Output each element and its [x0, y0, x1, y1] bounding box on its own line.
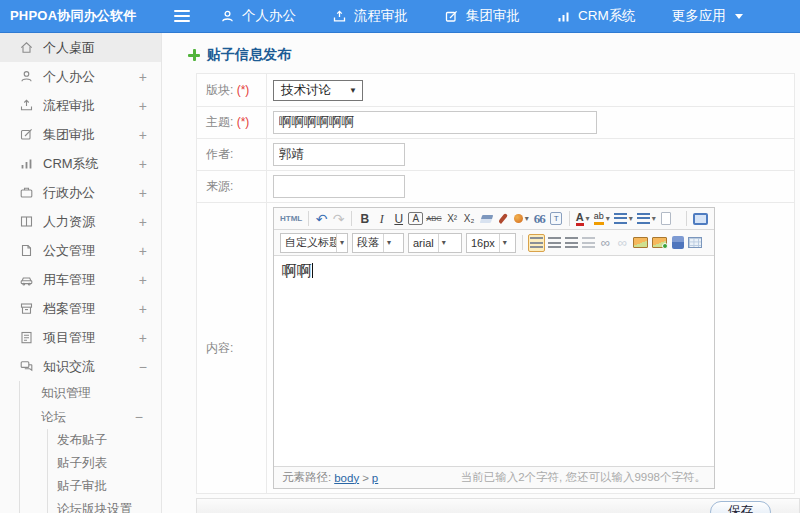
element-path-label: 元素路径:: [282, 470, 331, 485]
page-title: 贴子信息发布: [207, 46, 291, 64]
collapse-icon[interactable]: −: [135, 410, 161, 424]
expand-icon[interactable]: +: [139, 128, 147, 142]
expand-icon[interactable]: +: [139, 70, 147, 84]
expand-icon[interactable]: +: [139, 99, 147, 113]
sidebar-item-document-mgmt[interactable]: 公文管理 +: [0, 236, 161, 265]
ordered-list-icon: [614, 213, 627, 224]
book-icon: [19, 214, 34, 229]
sidebar-item-project-mgmt[interactable]: 项目管理 +: [0, 323, 161, 352]
font-family-select[interactable]: arial▾: [408, 233, 462, 253]
source-code-button[interactable]: HTML: [279, 210, 303, 228]
align-right-icon: [565, 237, 578, 248]
sidebar-item-crm[interactable]: CRM系统 +: [0, 149, 161, 178]
new-page-button[interactable]: [659, 210, 674, 228]
insert-image-button[interactable]: [632, 234, 649, 252]
sidebar-item-label: 个人办公: [43, 68, 95, 86]
sidebar-item-post-approval[interactable]: 贴子审批: [48, 475, 161, 498]
paste-plain-button[interactable]: T: [549, 210, 564, 228]
background-color-button[interactable]: ab▾: [593, 210, 611, 228]
align-center-button[interactable]: [547, 234, 562, 252]
sidebar-item-personal-office[interactable]: 个人办公 +: [0, 62, 161, 91]
sidebar-item-hr[interactable]: 人力资源 +: [0, 207, 161, 236]
font-size-select[interactable]: 16px▾: [466, 233, 516, 253]
expand-icon[interactable]: +: [139, 331, 147, 345]
expand-icon[interactable]: +: [139, 186, 147, 200]
undo-icon[interactable]: ↶: [314, 210, 329, 228]
subscript-button[interactable]: X₂: [462, 210, 477, 228]
board-select[interactable]: 技术讨论 ▼: [273, 80, 363, 101]
flow-approval-icon: [19, 98, 34, 113]
caret-down-icon: ▾: [383, 234, 394, 252]
sidebar-item-archive-mgmt[interactable]: 档案管理 +: [0, 294, 161, 323]
border-text-button[interactable]: A: [408, 212, 423, 225]
sidebar-item-post-list[interactable]: 贴子列表: [48, 452, 161, 475]
expand-icon[interactable]: +: [139, 302, 147, 316]
sidebar-item-label: 知识交流: [43, 358, 95, 376]
car-icon: [19, 272, 34, 287]
fullscreen-button[interactable]: [692, 210, 709, 228]
sidebar-item-label: 公文管理: [43, 242, 95, 260]
align-justify-button[interactable]: [581, 234, 596, 252]
strikethrough-button[interactable]: ABC: [425, 210, 442, 228]
remove-link-button[interactable]: ∞: [615, 234, 630, 252]
insert-link-button[interactable]: ∞: [598, 234, 613, 252]
editor-content-area[interactable]: 啊啊: [274, 256, 714, 466]
format-painter-button[interactable]: [496, 210, 511, 228]
expand-icon[interactable]: +: [139, 215, 147, 229]
upload-image-button[interactable]: [651, 234, 668, 252]
element-path-p-link[interactable]: p: [372, 472, 378, 484]
source-input[interactable]: [273, 175, 405, 198]
remove-format-button[interactable]: [479, 210, 494, 228]
align-right-button[interactable]: [564, 234, 579, 252]
underline-button[interactable]: U: [391, 210, 406, 228]
bold-button[interactable]: B: [357, 210, 372, 228]
sidebar-item-group-approval[interactable]: 集团审批 +: [0, 120, 161, 149]
font-color-button[interactable]: A▾: [575, 210, 591, 228]
ordered-list-button[interactable]: ▾: [613, 210, 634, 228]
sidebar-item-label: 知识管理: [41, 385, 91, 402]
align-left-button[interactable]: [528, 234, 545, 252]
subject-input[interactable]: [273, 111, 597, 134]
text-cursor: [312, 263, 313, 278]
top-nav-group-approval[interactable]: 集团审批: [444, 7, 520, 25]
italic-button[interactable]: I: [374, 210, 389, 228]
element-path-body-link[interactable]: body: [334, 472, 359, 484]
custom-title-select[interactable]: 自定义标题▾: [280, 233, 348, 253]
expand-icon[interactable]: +: [139, 273, 147, 287]
insert-table-button[interactable]: [687, 234, 703, 252]
author-input[interactable]: [273, 143, 405, 166]
sidebar-item-knowledge-exchange[interactable]: 知识交流 −: [0, 352, 161, 381]
sidebar-item-forum-board-settings[interactable]: 论坛版块设置: [48, 498, 161, 513]
caret-down-icon: ▾: [652, 215, 656, 223]
save-button[interactable]: 保存: [710, 501, 771, 513]
expand-icon[interactable]: +: [139, 244, 147, 258]
top-nav-more-apps[interactable]: 更多应用: [672, 7, 743, 25]
sidebar: 个人桌面 个人办公 + 流程审批 + 集团审批 + CRM系统 + 行政办公 +…: [0, 33, 162, 513]
insert-media-button[interactable]: [670, 234, 685, 252]
briefcase-icon: [19, 185, 34, 200]
post-form: 版块: (*) 技术讨论 ▼ 主题: (*) 作者:: [196, 73, 795, 494]
blockquote-button[interactable]: 66: [532, 210, 547, 228]
sidebar-item-admin-office[interactable]: 行政办公 +: [0, 178, 161, 207]
sidebar-item-desktop[interactable]: 个人桌面: [0, 33, 161, 62]
top-nav-personal-office[interactable]: 个人办公: [220, 7, 296, 25]
auto-typeset-button[interactable]: ▾: [513, 210, 530, 228]
sidebar-item-forum[interactable]: 论坛 −: [20, 405, 161, 429]
menu-icon[interactable]: [174, 10, 192, 22]
character-counter: 当前已输入2个字符, 您还可以输入9998个字符。: [461, 470, 706, 485]
sidebar-item-workflow-approval[interactable]: 流程审批 +: [0, 91, 161, 120]
superscript-button[interactable]: X²: [445, 210, 460, 228]
top-nav-crm[interactable]: CRM系统: [556, 7, 636, 25]
sidebar-item-post-publish[interactable]: 发布贴子: [48, 429, 161, 452]
expand-icon[interactable]: +: [139, 157, 147, 171]
paragraph-format-select[interactable]: 段落▾: [352, 233, 404, 253]
main-content: 贴子信息发布 版块: (*) 技术讨论 ▼ 主题: (*): [162, 33, 800, 513]
top-nav-workflow-approval[interactable]: 流程审批: [332, 7, 408, 25]
collapse-icon[interactable]: −: [139, 360, 147, 374]
sidebar-item-knowledge-mgmt[interactable]: 知识管理: [20, 381, 161, 405]
redo-icon[interactable]: ↷: [331, 210, 346, 228]
unordered-list-button[interactable]: ▾: [636, 210, 657, 228]
sidebar-item-label: 行政办公: [43, 184, 95, 202]
rich-text-editor: HTML ↶ ↷ B I U A ABC X² X₂ ▾: [273, 207, 715, 489]
sidebar-item-vehicle-mgmt[interactable]: 用车管理 +: [0, 265, 161, 294]
